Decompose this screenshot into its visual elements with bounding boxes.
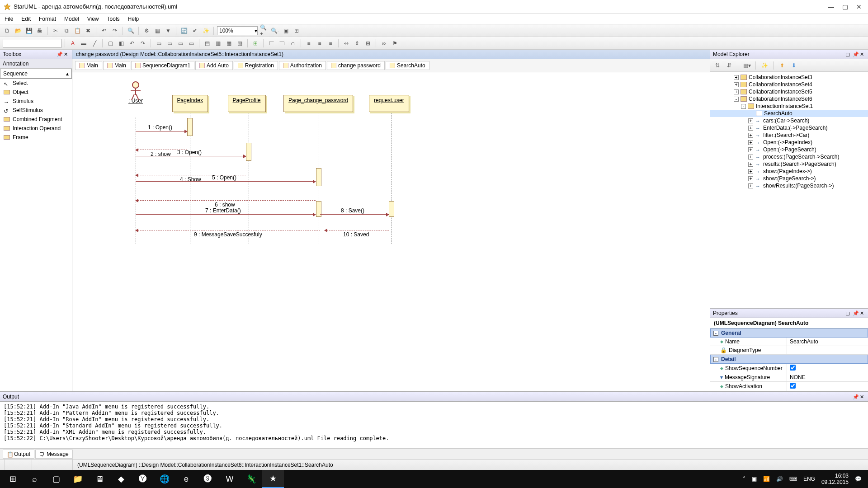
menu-help[interactable]: Help (128, 16, 139, 22)
tool-icon[interactable]: ⚙ (142, 26, 151, 35)
tree-row[interactable]: SearchAuto (710, 110, 868, 117)
copy-icon[interactable]: ⧉ (62, 26, 71, 35)
tab-authorization[interactable]: Authorization (279, 61, 326, 70)
sort1-icon[interactable]: ⇅ (713, 61, 722, 70)
tab-changepassword[interactable]: change password (327, 61, 385, 70)
prop-showactivation[interactable]: ◆ShowActivation (710, 382, 868, 391)
tree-toggle-icon[interactable]: + (748, 162, 753, 167)
tree-row[interactable]: +CollaborationInstanceSet3 (710, 74, 868, 81)
window-icon[interactable]: ⊞ (292, 26, 301, 35)
tray-clock[interactable]: 16:03 09.12.2015 (821, 473, 849, 485)
new-icon[interactable]: 🗋 (3, 26, 12, 35)
tree-toggle-icon[interactable]: + (748, 176, 753, 181)
al1-icon[interactable]: ⫍ (267, 39, 276, 48)
tree-toggle-icon[interactable]: + (748, 140, 753, 145)
tree-row[interactable]: +Open:(->PageSearch) (710, 146, 868, 153)
size1-icon[interactable]: ∞ (379, 39, 388, 48)
tool-stimulus[interactable]: →Stimulus (0, 97, 72, 106)
prop-diagramtype[interactable]: 🔒DiagramType (710, 346, 868, 355)
check-icon[interactable]: ✔ (190, 26, 199, 35)
filter-icon[interactable]: ▦▾ (742, 61, 751, 70)
tool-object[interactable]: Object (0, 88, 72, 97)
undo-icon[interactable]: ↶ (99, 26, 108, 35)
diagram-canvas[interactable]: : UserPageIndexPageProfilePage_change_pa… (72, 72, 710, 391)
tree-toggle-icon[interactable]: + (734, 82, 739, 87)
menu-file[interactable]: File (5, 16, 13, 22)
model-tree[interactable]: +CollaborationInstanceSet3+Collaboration… (710, 72, 868, 308)
font-color-icon[interactable]: A (68, 39, 77, 48)
pin-icon[interactable]: 📌 (853, 52, 858, 57)
find-icon[interactable]: 🔍 (126, 26, 135, 35)
delete-icon[interactable]: ✖ (84, 26, 93, 35)
stereo2-icon[interactable]: ▭ (165, 39, 174, 48)
minimize-button[interactable]: — (828, 3, 834, 10)
showact-checkbox[interactable] (790, 383, 796, 389)
up-icon[interactable]: ⬆ (778, 61, 787, 70)
unity-icon[interactable]: ◆ (110, 470, 132, 488)
dist1-icon[interactable]: ⇔ (342, 39, 351, 48)
tree-row[interactable]: +filter:(Search->Car) (710, 131, 868, 139)
yandex-icon[interactable]: 🅨 (132, 470, 154, 488)
close-icon[interactable]: ✕ (860, 310, 865, 316)
tree-toggle-icon[interactable]: + (734, 89, 739, 94)
align2-icon[interactable]: ◧ (117, 39, 126, 48)
tree-toggle-icon[interactable]: + (748, 155, 753, 160)
fit-icon[interactable]: ▣ (281, 26, 290, 35)
wand-icon[interactable]: ✨ (201, 26, 210, 35)
tree-toggle-icon[interactable]: + (748, 133, 753, 138)
menu-tools[interactable]: Tools (107, 16, 120, 22)
battery-icon[interactable]: ▣ (752, 476, 757, 482)
prop-showsequence[interactable]: ◆ShowSequenceNumber (710, 364, 868, 373)
dist3-icon[interactable]: ⊞ (363, 39, 373, 48)
tree-toggle-icon[interactable]: + (748, 147, 753, 152)
tool-selfstimulus[interactable]: ↺SelfStimulus (0, 106, 72, 115)
refresh-icon[interactable]: 🔄 (179, 26, 189, 35)
app2-icon[interactable]: 🦎 (241, 470, 262, 488)
layer2-icon[interactable]: ▥ (213, 39, 222, 48)
stereo1-icon[interactable]: ▭ (154, 39, 163, 48)
pin-icon[interactable]: ▢ (845, 310, 851, 316)
tool-frame[interactable]: Frame (0, 133, 72, 142)
tree-row[interactable]: +EnterData:(->PageSearch) (710, 124, 868, 131)
close-icon[interactable]: ✕ (860, 52, 865, 57)
close-icon[interactable]: ✕ (860, 394, 865, 400)
notifications-icon[interactable]: 💬 (855, 476, 862, 482)
showseq-checkbox[interactable] (790, 365, 796, 371)
tree-toggle-icon[interactable]: + (748, 118, 753, 123)
edge-icon[interactable]: e (175, 470, 197, 488)
al4-icon[interactable]: ≡ (304, 39, 313, 48)
output-tab-message[interactable]: 🗨Message (35, 450, 73, 459)
fill-color-icon[interactable]: ▬ (79, 39, 88, 48)
save-icon[interactable]: 💾 (24, 26, 33, 35)
tree-row[interactable]: -CollaborationInstanceSet6 (710, 95, 868, 103)
al5-icon[interactable]: ≡ (315, 39, 324, 48)
maximize-button[interactable]: ▢ (842, 3, 848, 10)
tree-row[interactable]: +showResults:(PageSearch->) (710, 182, 868, 189)
tree-row[interactable]: +results:(Search->PageSearch) (710, 160, 868, 168)
word-icon[interactable]: W (219, 470, 241, 488)
size2-icon[interactable]: ⚑ (390, 39, 399, 48)
layer4-icon[interactable]: ▧ (235, 39, 244, 48)
lang-indicator[interactable]: ENG (803, 476, 815, 482)
pin-icon[interactable]: 📌 (57, 52, 62, 57)
output-log[interactable]: [15:52:21] Add-In "Java AddIn" menu is r… (0, 402, 868, 448)
stereo4-icon[interactable]: ▭ (187, 39, 196, 48)
tab-main[interactable]: Main (75, 61, 102, 70)
skype-icon[interactable]: 🅢 (197, 470, 219, 488)
tree-toggle-icon[interactable]: - (741, 104, 746, 109)
taskview-icon[interactable]: ▢ (45, 470, 67, 488)
keyboard-icon[interactable]: ⌨ (789, 476, 797, 482)
app-icon[interactable]: 🌐 (154, 470, 175, 488)
layer1-icon[interactable]: ▤ (203, 39, 212, 48)
tool2-icon[interactable]: ▦ (153, 26, 162, 35)
al6-icon[interactable]: ≡ (326, 39, 335, 48)
monitor-icon[interactable]: 🖥 (89, 470, 110, 488)
tree-row[interactable]: +CollaborationInstanceSet5 (710, 88, 868, 95)
tree-icon[interactable]: ⊞ (251, 39, 260, 48)
explorer-icon[interactable]: 📁 (67, 470, 89, 488)
tab-seqdiag1[interactable]: SequenceDiagram1 (131, 61, 194, 70)
menu-model[interactable]: Model (64, 16, 79, 22)
tree-row[interactable]: +show:(PageIndex->) (710, 168, 868, 175)
open-icon[interactable]: 📂 (14, 26, 23, 35)
close-icon[interactable]: ✕ (64, 52, 69, 57)
